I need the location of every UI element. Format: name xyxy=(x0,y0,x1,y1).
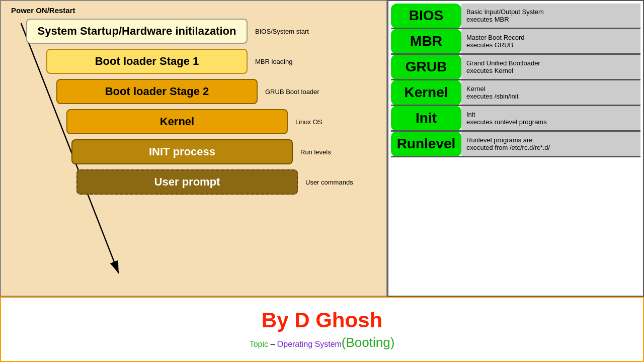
topic-line: Topic – Operating System(Booting) xyxy=(250,335,395,350)
desc-cell: Runlevel programs are executed from /etc… xyxy=(461,131,640,157)
green-name-cell: Init xyxy=(391,106,461,131)
box-init: INIT process xyxy=(71,139,293,164)
desc-cell: Grand Unified Bootloader executes Kernel xyxy=(461,54,640,80)
table-row: BIOSBasic Input/Output System executes M… xyxy=(391,4,640,29)
topic-main: Topic xyxy=(250,340,268,348)
flow-row-kernel: Kernel Linux OS xyxy=(26,109,376,134)
table-row: MBRMaster Boot Record executes GRUB xyxy=(391,29,640,54)
power-label: Power ON/Restart xyxy=(11,6,376,15)
green-name-cell: Kernel xyxy=(391,80,461,106)
label-system: BIOS/System start xyxy=(255,28,309,35)
green-name-cell: Runlevel xyxy=(391,131,461,157)
box-user: User prompt xyxy=(76,169,298,195)
desc-cell: Kernel executes /sbin/init xyxy=(461,80,640,106)
topic-dash: – xyxy=(268,340,277,348)
table-row: RunlevelRunlevel programs are executed f… xyxy=(391,131,640,157)
label-init: Run levels xyxy=(300,148,331,156)
label-stage1: MBR loading xyxy=(255,58,292,65)
box-system: System Startup/Hardware initilazation xyxy=(26,19,248,44)
flow-row-init: INIT process Run levels xyxy=(26,139,376,164)
flow-row-stage2: Boot loader Stage 2 GRUB Boot loader xyxy=(26,79,376,104)
label-user: User commands xyxy=(305,178,353,186)
green-name-cell: GRUB xyxy=(391,54,461,80)
box-kernel: Kernel xyxy=(66,109,288,134)
flow-row-system: System Startup/Hardware initilazation BI… xyxy=(26,19,376,44)
green-name-cell: BIOS xyxy=(391,4,461,29)
green-name-cell: MBR xyxy=(391,29,461,54)
box-stage1: Boot loader Stage 1 xyxy=(46,49,248,74)
boot-table: BIOSBasic Input/Output System executes M… xyxy=(391,4,640,157)
box-stage2: Boot loader Stage 2 xyxy=(56,79,258,104)
desc-cell: Master Boot Record executes GRUB xyxy=(461,29,640,54)
desc-cell: Init executes runlevel programs xyxy=(461,106,640,131)
flow-container: System Startup/Hardware initilazation BI… xyxy=(11,19,376,195)
author-text: By D Ghosh xyxy=(262,308,382,332)
right-panel: BIOSBasic Input/Output System executes M… xyxy=(387,0,644,297)
label-kernel: Linux OS xyxy=(295,118,322,126)
left-panel: Power ON/Restart System Startup/Hardware… xyxy=(0,0,387,297)
label-stage2: GRUB Boot loader xyxy=(265,88,319,96)
flow-row-user: User prompt User commands xyxy=(26,169,376,195)
bottom-section: By D Ghosh Topic – Operating System(Boot… xyxy=(0,297,644,362)
table-row: GRUBGrand Unified Bootloader executes Ke… xyxy=(391,54,640,80)
topic-paren: (Booting) xyxy=(342,335,395,350)
flow-row-stage1: Boot loader Stage 1 MBR loading xyxy=(26,49,376,74)
desc-cell: Basic Input/Output System executes MBR xyxy=(461,4,640,29)
table-row: KernelKernel executes /sbin/init xyxy=(391,80,640,106)
table-row: InitInit executes runlevel programs xyxy=(391,106,640,131)
topic-sub: Operating System xyxy=(277,340,342,348)
